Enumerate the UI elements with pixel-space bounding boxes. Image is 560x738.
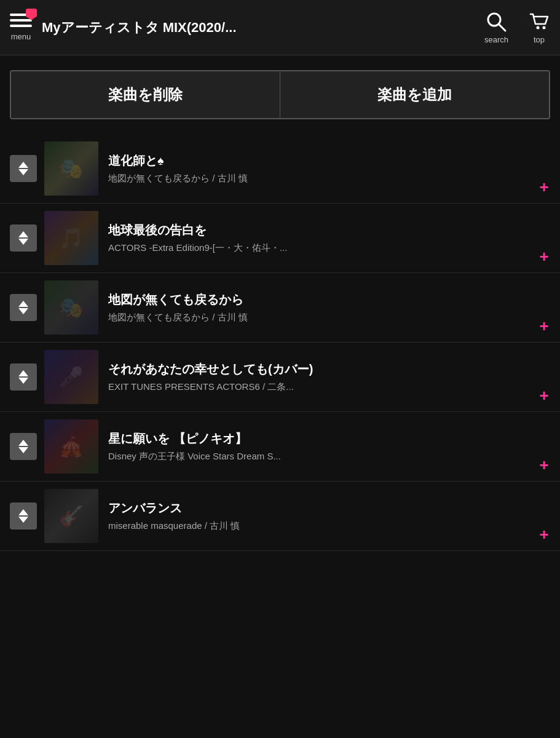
song-title: 道化師と♠ bbox=[108, 153, 550, 169]
page-title: Myアーティストタ MIX(2020/... bbox=[32, 18, 475, 37]
add-song-button[interactable]: + bbox=[535, 178, 553, 196]
song-artist: ACTORS -Extra Edition9-[一・大・佑斗・... bbox=[108, 242, 550, 254]
list-item: アンバランス miserable masquerade / 古川 慎 + bbox=[0, 482, 560, 551]
sort-handle[interactable] bbox=[10, 294, 37, 321]
add-song-button[interactable]: + bbox=[535, 317, 553, 335]
add-songs-button[interactable]: 楽曲を追加 bbox=[280, 71, 549, 118]
sort-arrows-icon bbox=[18, 370, 28, 384]
song-title: 地図が無くても戻るから bbox=[108, 292, 550, 308]
svg-line-1 bbox=[499, 24, 505, 31]
song-info: 道化師と♠ 地図が無くても戻るから / 古川 慎 bbox=[108, 153, 550, 184]
action-buttons: 楽曲を削除 楽曲を追加 bbox=[10, 70, 550, 119]
arrow-down-icon bbox=[18, 239, 28, 245]
add-song-button[interactable]: + bbox=[535, 456, 553, 474]
sort-handle[interactable] bbox=[10, 433, 37, 460]
menu-bar-3 bbox=[10, 25, 32, 27]
album-art-image bbox=[44, 280, 98, 335]
add-song-button[interactable]: + bbox=[535, 526, 553, 543]
song-artist: 地図が無くても戻るから / 古川 慎 bbox=[108, 312, 550, 323]
arrow-down-icon bbox=[18, 447, 28, 453]
list-item: 地球最後の告白を ACTORS -Extra Edition9-[一・大・佑斗・… bbox=[0, 204, 560, 273]
arrow-down-icon bbox=[18, 308, 28, 314]
list-item: それがあなたの幸せとしても(カバー) EXIT TUNES PRESENTS A… bbox=[0, 343, 560, 412]
search-button[interactable]: search bbox=[484, 10, 508, 44]
arrow-up-icon bbox=[18, 509, 28, 515]
arrow-down-icon bbox=[18, 378, 28, 384]
album-art bbox=[44, 489, 98, 543]
delete-songs-button[interactable]: 楽曲を削除 bbox=[11, 71, 280, 118]
arrow-down-icon bbox=[18, 517, 28, 523]
song-list: 道化師と♠ 地図が無くても戻るから / 古川 慎 + 地球最後の告白を ACTO… bbox=[0, 134, 560, 551]
song-artist: 地図が無くても戻るから / 古川 慎 bbox=[108, 173, 550, 184]
sort-handle[interactable] bbox=[10, 224, 37, 252]
top-label: top bbox=[534, 35, 545, 44]
song-title: アンバランス bbox=[108, 500, 550, 517]
sort-handle[interactable] bbox=[10, 155, 37, 182]
song-title: 星に願いを 【ピノキオ】 bbox=[108, 430, 550, 447]
cart-icon bbox=[528, 10, 550, 33]
list-item: 地図が無くても戻るから 地図が無くても戻るから / 古川 慎 + bbox=[0, 273, 560, 343]
mail-badge bbox=[26, 9, 37, 17]
sort-arrows-icon bbox=[18, 301, 28, 314]
song-artist: Disney 声の王子様 Voice Stars Dream S... bbox=[108, 451, 550, 462]
menu-button[interactable] bbox=[10, 14, 32, 27]
album-art bbox=[44, 350, 98, 404]
album-art-image bbox=[44, 141, 98, 196]
album-art bbox=[44, 280, 98, 335]
search-icon bbox=[485, 10, 507, 33]
add-song-button[interactable]: + bbox=[535, 387, 553, 404]
header-nav: search top bbox=[484, 10, 550, 44]
top-button[interactable]: top bbox=[528, 10, 550, 44]
add-song-button[interactable]: + bbox=[535, 248, 553, 265]
album-art-image bbox=[44, 489, 98, 543]
song-title: 地球最後の告白を bbox=[108, 222, 550, 239]
sort-arrows-icon bbox=[18, 162, 28, 175]
sort-handle[interactable] bbox=[10, 363, 37, 391]
plus-icon: + bbox=[539, 179, 548, 195]
album-art bbox=[44, 141, 98, 196]
album-art-image bbox=[44, 419, 98, 474]
menu-label: menu bbox=[11, 32, 31, 41]
song-artist: EXIT TUNES PRESENTS ACTORS6 / 二条... bbox=[108, 381, 550, 393]
album-art-image bbox=[44, 211, 98, 265]
sort-arrows-icon bbox=[18, 509, 28, 523]
song-info: それがあなたの幸せとしても(カバー) EXIT TUNES PRESENTS A… bbox=[108, 361, 550, 393]
search-label: search bbox=[484, 35, 508, 44]
plus-icon: + bbox=[539, 457, 548, 473]
arrow-up-icon bbox=[18, 162, 28, 168]
album-art bbox=[44, 419, 98, 474]
sort-arrows-icon bbox=[18, 440, 28, 453]
menu-section[interactable]: menu bbox=[10, 14, 32, 41]
song-info: 地図が無くても戻るから 地図が無くても戻るから / 古川 慎 bbox=[108, 292, 550, 323]
album-art bbox=[44, 211, 98, 265]
album-art-image bbox=[44, 350, 98, 404]
plus-icon: + bbox=[539, 318, 548, 334]
arrow-up-icon bbox=[18, 370, 28, 376]
list-item: 星に願いを 【ピノキオ】 Disney 声の王子様 Voice Stars Dr… bbox=[0, 412, 560, 482]
arrow-down-icon bbox=[18, 169, 28, 175]
plus-icon: + bbox=[539, 526, 548, 542]
sort-handle[interactable] bbox=[10, 502, 37, 530]
sort-arrows-icon bbox=[18, 231, 28, 245]
plus-icon: + bbox=[539, 387, 548, 403]
list-item: 道化師と♠ 地図が無くても戻るから / 古川 慎 + bbox=[0, 134, 560, 204]
svg-point-2 bbox=[537, 26, 540, 30]
arrow-up-icon bbox=[18, 301, 28, 307]
plus-icon: + bbox=[539, 248, 548, 264]
song-artist: miserable masquerade / 古川 慎 bbox=[108, 520, 550, 532]
song-title: それがあなたの幸せとしても(カバー) bbox=[108, 361, 550, 378]
song-info: 地球最後の告白を ACTORS -Extra Edition9-[一・大・佑斗・… bbox=[108, 222, 550, 254]
arrow-up-icon bbox=[18, 440, 28, 446]
song-info: アンバランス miserable masquerade / 古川 慎 bbox=[108, 500, 550, 532]
header: menu Myアーティストタ MIX(2020/... search top bbox=[0, 0, 560, 55]
arrow-up-icon bbox=[18, 231, 28, 237]
song-info: 星に願いを 【ピノキオ】 Disney 声の王子様 Voice Stars Dr… bbox=[108, 430, 550, 462]
svg-point-3 bbox=[543, 26, 546, 30]
